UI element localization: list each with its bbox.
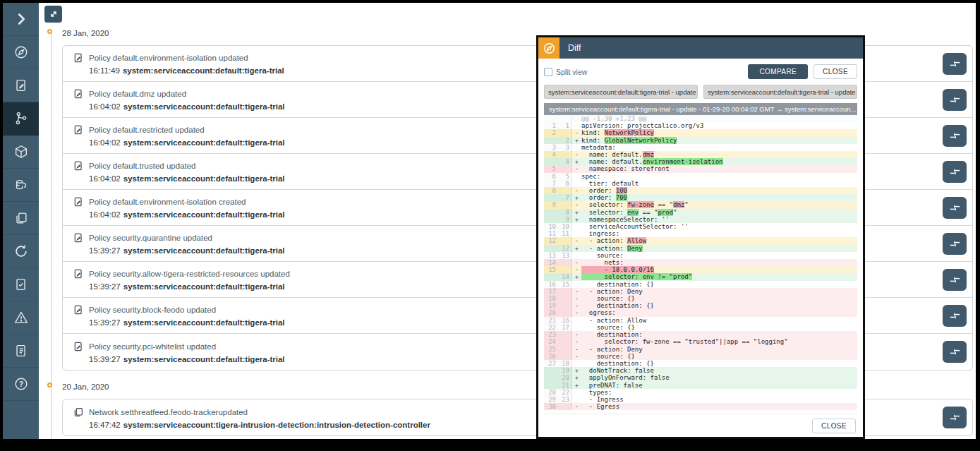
diff-line: 12- - action: Allow	[544, 237, 857, 244]
sidebar-item-nodes[interactable]	[3, 169, 39, 202]
event-title: Policy security.block-feodo updated	[89, 306, 216, 314]
chevron-right-icon	[13, 11, 29, 27]
diff-line: 18- source: {}	[544, 295, 857, 302]
cloud-storage-icon	[13, 177, 29, 193]
diff-file-header: system:serviceaccount:default:tigera-tri…	[544, 103, 857, 115]
diff-line: 5- namespace: storefront	[544, 165, 857, 172]
compare-button[interactable]	[943, 233, 967, 255]
event-title: Policy security.pci-whitelist updated	[89, 342, 216, 351]
document-edit-icon	[13, 78, 29, 93]
sidebar-item-compliance[interactable]	[3, 268, 39, 301]
right-revision-select[interactable]: system:serviceaccount:default:tigera-tri…	[703, 85, 857, 99]
compare-icon	[949, 411, 961, 423]
footer-close-button[interactable]: CLOSE	[812, 419, 856, 433]
diff-line: 1010 serviceAccountSelector: ''	[544, 223, 857, 230]
compare-icon	[949, 130, 961, 142]
compare-button[interactable]	[943, 125, 967, 147]
left-revision-select[interactable]: system:serviceaccount:default:tigera-tri…	[544, 85, 698, 99]
close-button[interactable]: CLOSE	[813, 64, 857, 79]
document-check-icon	[13, 277, 29, 292]
event-time: 15:39:27	[89, 282, 121, 291]
compare-button[interactable]: COMPARE	[748, 64, 808, 79]
diff-line: 19+ doNotTrack: false	[544, 367, 857, 374]
diff-line: 8- order: 100	[544, 187, 857, 194]
diff-body[interactable]: @@ -1,30 +1,23 @@11apiVersion: projectca…	[544, 115, 857, 414]
sidebar-item-alerts[interactable]	[3, 301, 39, 335]
compare-button[interactable]	[943, 341, 967, 363]
help-icon: ?	[13, 376, 29, 392]
event-account: system:serviceaccount:default:tigera-tri…	[123, 66, 284, 75]
date-label: 20 Jan, 2020	[62, 383, 109, 391]
event-title: Policy security.quarantine updated	[89, 234, 212, 242]
diff-line: 19- destination: {}	[544, 302, 857, 309]
diff-line: 65spec:	[544, 173, 857, 180]
diff-line: 76 tier: default	[544, 180, 857, 187]
sidebar-item-help[interactable]: ?	[3, 368, 39, 401]
compare-button[interactable]	[943, 197, 967, 219]
networkset-icon	[73, 407, 84, 418]
sidebar-item-endpoints[interactable]	[3, 136, 39, 169]
event-time: 15:39:27	[89, 318, 121, 327]
diff-line: 8+ selector: env == "prod"	[544, 209, 857, 216]
diff-line: 14+ selector: env != "prod"	[544, 273, 857, 280]
sidebar-item-logs[interactable]	[3, 335, 39, 368]
sidebar-toggle[interactable]	[3, 3, 39, 36]
compare-button[interactable]	[943, 305, 967, 327]
diff-line: 17- - action: Deny	[544, 288, 857, 295]
revision-selects: system:serviceaccount:default:tigera-tri…	[538, 82, 863, 103]
compare-button[interactable]	[943, 89, 967, 111]
sidebar-item-policy-graph[interactable]	[3, 102, 39, 136]
diff-line: 25- - action: Deny	[544, 346, 857, 353]
compare-icon	[949, 346, 961, 358]
policy-icon	[73, 124, 84, 136]
right-revision-value: system:serviceaccount:default:tigera-tri…	[708, 88, 857, 96]
modal-title: Diff	[568, 43, 581, 53]
compass-icon	[543, 42, 556, 55]
checkbox-icon[interactable]	[544, 68, 552, 76]
diff-line: 30- - Egress	[544, 403, 857, 410]
diff-line: 2217 source: {}	[544, 324, 857, 331]
event-time: 15:39:27	[89, 246, 121, 255]
policy-icon	[73, 52, 84, 64]
document-list-icon	[13, 343, 29, 359]
event-time: 16:04:02	[89, 210, 121, 219]
compare-button[interactable]	[943, 161, 967, 183]
event-time: 16:47:42	[89, 421, 121, 429]
event-title: Policy default.environment-isolation upd…	[89, 54, 248, 62]
brand-logo	[538, 37, 559, 59]
policy-icon	[73, 304, 84, 315]
policy-icon	[73, 196, 84, 208]
event-title: Network setthreatfeed.feodo-trackerupdat…	[89, 408, 248, 416]
sidebar-item-timeline[interactable]	[3, 235, 39, 268]
diff-line: 2822 types:	[544, 389, 857, 396]
sidebar-item-dashboard[interactable]	[3, 36, 39, 69]
event-account: system:serviceaccount:default:tigera-tri…	[123, 102, 285, 111]
cube-icon	[13, 144, 29, 160]
diff-line: 11apiVersion: projectcalico.org/v3	[544, 122, 857, 129]
sidebar: ?	[3, 3, 39, 439]
diff-line: 14- nets:	[544, 259, 857, 266]
diff-line: 2-kind: NetworkPolicy	[544, 129, 857, 136]
split-view-label: Split view	[556, 68, 587, 76]
compare-button[interactable]	[943, 269, 967, 291]
compare-icon	[949, 238, 961, 250]
expand-button[interactable]	[44, 6, 62, 23]
sidebar-item-policies[interactable]	[3, 69, 39, 102]
event-time: 16:04:02	[89, 138, 121, 147]
event-title: Policy security.allow-tigera-restricted-…	[89, 270, 290, 278]
diff-line: 20- egress:	[544, 309, 857, 316]
compare-button[interactable]	[943, 407, 967, 428]
event-title: Policy default.dmz updated	[89, 90, 186, 98]
sidebar-item-network-sets[interactable]	[3, 202, 39, 235]
diff-line: 23- destination:	[544, 331, 857, 338]
event-title: Policy default.restricted updated	[89, 126, 205, 134]
event-account: system:serviceaccount:default:tigera-tri…	[123, 174, 285, 183]
event-account: system:serviceaccount:default:tigera-tri…	[123, 355, 285, 363]
split-view-toggle[interactable]: Split view	[544, 68, 587, 76]
copy-icon	[13, 210, 29, 226]
diff-line: 21+ preDNAT: false	[544, 382, 857, 389]
diff-line: 9- selector: fw-zone == "dmz"	[544, 201, 857, 208]
diff-line: 2+kind: GlobalNetworkPolicy	[544, 137, 857, 144]
diff-line: @@ -1,30 +1,23 @@	[544, 115, 857, 122]
compare-button[interactable]	[943, 53, 967, 75]
